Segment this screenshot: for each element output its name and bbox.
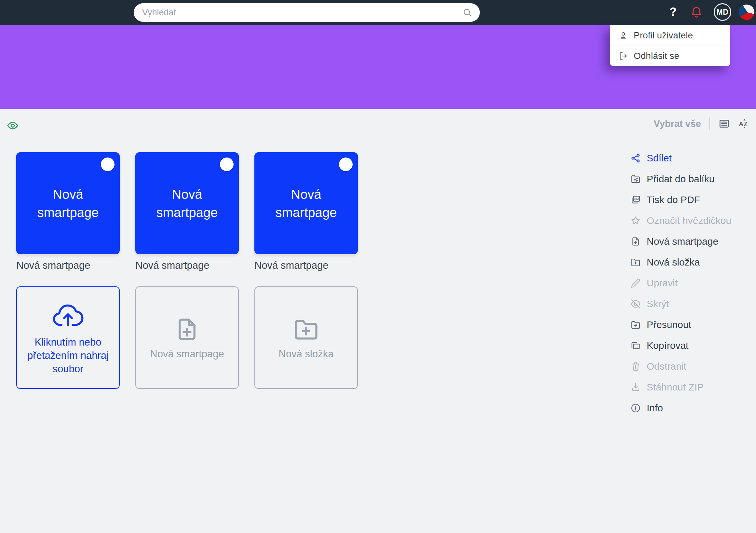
star-icon [631,215,641,226]
action-label: Kopírovat [647,340,688,351]
info-icon [631,403,641,413]
help-button[interactable]: ? [666,0,680,25]
toolbar-divider [710,118,710,130]
top-navbar: ? MD [0,0,756,25]
action-info[interactable]: Info [631,398,731,418]
action-copy[interactable]: Kopírovat [631,335,731,356]
tile-title: Nová smartpage [150,185,224,222]
action-star: Označit hvězdičkou [631,210,731,231]
menu-item-logout[interactable]: Odhlásit se [610,45,730,66]
upload-dropzone[interactable]: Kliknutím nebo přetažením nahraj soubor [16,286,120,389]
create-tile-row: Kliknutím nebo přetažením nahraj soubor … [16,286,358,389]
action-label: Přidat do balíku [647,173,715,184]
action-share[interactable]: Sdílet [631,148,731,169]
action-label: Označit hvězdičkou [647,215,731,226]
svg-text:AZ: AZ [739,120,747,127]
smartpage-tile[interactable]: Nová smartpage [16,152,120,254]
folder-plus-icon [631,257,641,267]
share-icon [631,153,641,163]
file-plus-icon [631,236,641,247]
action-label: Odstranit [647,361,687,372]
action-label: Přesunout [647,319,691,330]
avatar[interactable]: MD [714,3,731,21]
language-flag-czech-icon[interactable] [739,5,754,20]
smartpage-tile-grid: Nová smartpage Nová smartpage Nová smart… [16,152,358,271]
upload-label: Kliknutím nebo přetažením nahraj soubor [26,335,110,376]
tile-caption: Nová smartpage [16,260,120,271]
menu-item-profile[interactable]: Profil uživatele [610,25,730,45]
new-folder-label: Nová složka [279,348,334,360]
trash-icon [631,361,641,372]
action-label: Tisk do PDF [647,194,700,205]
context-action-menu: Sdílet Přidat do balíku PDF Tisk do PDF [631,148,731,418]
search-icon[interactable] [462,8,472,18]
tile-title: Nová smartpage [32,185,105,222]
eye-off-icon [631,299,641,309]
action-new-folder[interactable]: Nová složka [631,252,731,273]
folder-plus-icon [292,316,320,343]
select-all-button[interactable]: Vybrat vše [654,119,701,129]
new-smartpage-label: Nová smartpage [150,348,224,360]
action-new-smartpage[interactable]: Nová smartpage [631,231,731,252]
user-dropdown-menu: Profil uživatele Odhlásit se [610,25,730,66]
tile-title: Nová smartpage [270,185,343,222]
action-label: Upravit [647,278,678,289]
smartpage-tile[interactable]: Nová smartpage [135,152,239,254]
toolbar-right-group: Vybrat vše AZ [654,118,750,130]
user-icon [618,31,628,40]
menu-item-label: Odhlásit se [634,51,679,61]
list-view-icon[interactable] [718,118,730,129]
smartpage-tile[interactable]: Nová smartpage [255,152,358,254]
download-icon [631,382,641,392]
action-label: Nová složka [647,257,700,268]
action-move[interactable]: Přesunout [631,314,731,335]
action-label: Info [647,403,663,413]
cloud-upload-icon [52,300,84,332]
action-hide: Skrýt [631,294,731,314]
action-add-to-package[interactable]: Přidat do balíku [631,169,731,189]
menu-item-label: Profil uživatele [634,30,693,41]
action-download-zip: Stáhnout ZIP [631,377,731,398]
action-edit: Upravit [631,273,731,294]
tile-select-checkbox[interactable] [339,157,353,171]
pdf-print-icon: PDF [631,195,641,205]
logout-icon [618,51,628,61]
action-label: Nová smartpage [647,236,718,247]
action-label: Skrýt [647,298,669,309]
action-label: Sdílet [647,153,672,164]
pencil-icon [631,278,641,288]
notifications-bell-icon[interactable] [690,6,703,19]
folder-move-icon [631,320,641,330]
visibility-eye-icon[interactable] [7,120,19,132]
tile-caption: Nová smartpage [255,260,358,271]
folder-share-icon [631,174,641,184]
new-folder-tile[interactable]: Nová složka [255,286,358,389]
action-print-pdf[interactable]: PDF Tisk do PDF [631,189,731,210]
new-smartpage-tile[interactable]: Nová smartpage [135,286,239,389]
search-bar[interactable] [134,3,480,22]
action-label: Stáhnout ZIP [647,382,704,393]
tile-select-checkbox[interactable] [220,157,233,171]
tile-caption: Nová smartpage [135,260,239,271]
svg-text:PDF: PDF [634,198,639,201]
tile-select-checkbox[interactable] [101,157,115,171]
action-delete: Odstranit [631,356,731,377]
copy-icon [631,340,641,351]
file-plus-icon [174,316,201,343]
search-input[interactable] [134,3,480,22]
sort-alphabetical-icon[interactable]: AZ [738,118,750,129]
